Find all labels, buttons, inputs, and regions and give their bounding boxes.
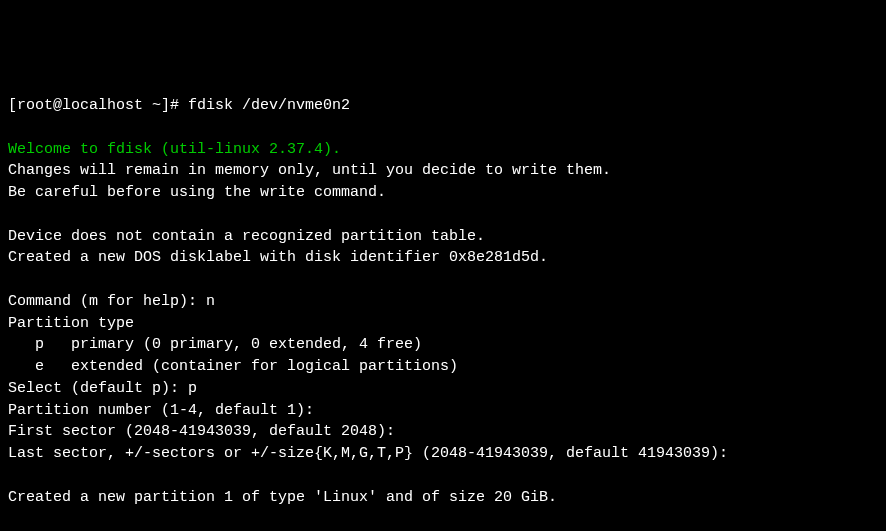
info-text: Device does not contain a recognized par… — [8, 228, 485, 245]
welcome-message: Welcome to fdisk (util-linux 2.37.4). — [8, 141, 341, 158]
partition-type-header: Partition type — [8, 315, 134, 332]
info-text: Created a new DOS disklabel with disk id… — [8, 249, 548, 266]
option-primary: p primary (0 primary, 0 extended, 4 free… — [8, 336, 422, 353]
info-text: Be careful before using the write comman… — [8, 184, 386, 201]
first-sector-prompt: First sector (2048-41943039, default 204… — [8, 423, 395, 440]
created-message: Created a new partition 1 of type 'Linux… — [8, 489, 557, 506]
last-sector-prompt: Last sector, +/-sectors or +/-size{K,M,G… — [8, 445, 728, 462]
shell-prompt: [root@localhost ~]# fdisk /dev/nvme0n2 — [8, 97, 350, 114]
select-prompt: Select (default p): p — [8, 380, 197, 397]
info-text: Changes will remain in memory only, unti… — [8, 162, 611, 179]
user-input[interactable]: n — [206, 293, 215, 310]
terminal-output: [root@localhost ~]# fdisk /dev/nvme0n2 W… — [8, 95, 878, 531]
user-host: [root@localhost ~]# — [8, 97, 179, 114]
partition-number-prompt: Partition number (1-4, default 1): — [8, 402, 314, 419]
user-input[interactable]: p — [188, 380, 197, 397]
command-text: fdisk /dev/nvme0n2 — [188, 97, 350, 114]
command-prompt: Command (m for help): n — [8, 293, 215, 310]
option-extended: e extended (container for logical partit… — [8, 358, 458, 375]
